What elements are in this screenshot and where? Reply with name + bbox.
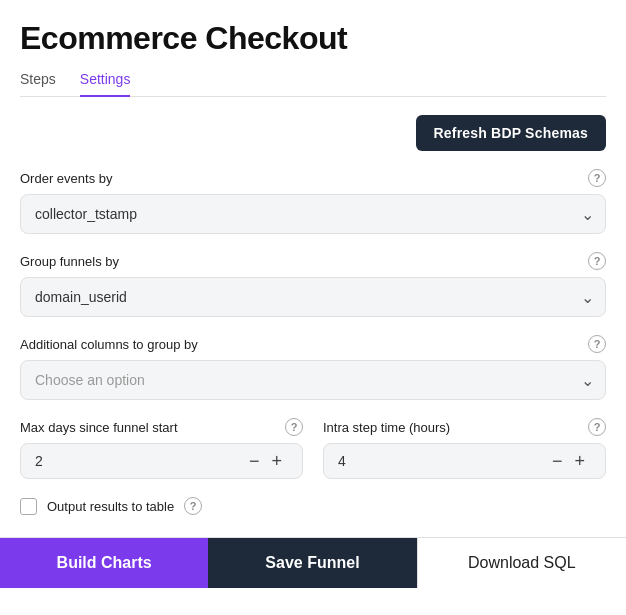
group-funnels-label-row: Group funnels by ? xyxy=(20,252,606,270)
tab-steps[interactable]: Steps xyxy=(20,71,56,97)
max-days-label: Max days since funnel start xyxy=(20,420,178,435)
refresh-row: Refresh BDP Schemas xyxy=(20,115,606,151)
download-sql-button[interactable]: Download SQL xyxy=(417,538,626,588)
order-events-label: Order events by xyxy=(20,171,113,186)
additional-columns-label-row: Additional columns to group by ? xyxy=(20,335,606,353)
max-days-value: 2 xyxy=(35,453,243,469)
output-results-help-icon[interactable]: ? xyxy=(184,497,202,515)
additional-columns-help-icon[interactable]: ? xyxy=(588,335,606,353)
max-days-decrement-button[interactable]: − xyxy=(243,452,266,470)
max-days-group: Max days since funnel start ? 2 − + xyxy=(20,418,303,479)
group-funnels-group: Group funnels by ? domain_userid ⌄ xyxy=(20,252,606,317)
additional-columns-group: Additional columns to group by ? Choose … xyxy=(20,335,606,400)
output-results-row: Output results to table ? xyxy=(20,497,606,515)
intra-step-label-row: Intra step time (hours) ? xyxy=(323,418,606,436)
output-results-label: Output results to table xyxy=(47,499,174,514)
group-funnels-select[interactable]: domain_userid xyxy=(20,277,606,317)
intra-step-decrement-button[interactable]: − xyxy=(546,452,569,470)
group-funnels-help-icon[interactable]: ? xyxy=(588,252,606,270)
intra-step-stepper: 4 − + xyxy=(323,443,606,479)
max-days-stepper: 2 − + xyxy=(20,443,303,479)
max-days-label-row: Max days since funnel start ? xyxy=(20,418,303,436)
group-funnels-select-wrapper: domain_userid ⌄ xyxy=(20,277,606,317)
intra-step-group: Intra step time (hours) ? 4 − + xyxy=(323,418,606,479)
tab-settings[interactable]: Settings xyxy=(80,71,131,97)
max-days-help-icon[interactable]: ? xyxy=(285,418,303,436)
page-title: Ecommerce Checkout xyxy=(20,20,606,57)
order-events-select-wrapper: collector_tstamp ⌄ xyxy=(20,194,606,234)
refresh-bdp-button[interactable]: Refresh BDP Schemas xyxy=(416,115,607,151)
build-charts-button[interactable]: Build Charts xyxy=(0,538,208,588)
group-funnels-label: Group funnels by xyxy=(20,254,119,269)
output-results-checkbox[interactable] xyxy=(20,498,37,515)
action-bar: Build Charts Save Funnel Download SQL xyxy=(0,537,626,588)
intra-step-help-icon[interactable]: ? xyxy=(588,418,606,436)
order-events-select[interactable]: collector_tstamp xyxy=(20,194,606,234)
max-days-increment-button[interactable]: + xyxy=(265,452,288,470)
tab-bar: Steps Settings xyxy=(20,71,606,97)
intra-step-label: Intra step time (hours) xyxy=(323,420,450,435)
order-events-group: Order events by ? collector_tstamp ⌄ xyxy=(20,169,606,234)
additional-columns-label: Additional columns to group by xyxy=(20,337,198,352)
additional-columns-select[interactable]: Choose an option xyxy=(20,360,606,400)
step-time-row: Max days since funnel start ? 2 − + Intr… xyxy=(20,418,606,479)
save-funnel-button[interactable]: Save Funnel xyxy=(208,538,416,588)
order-events-help-icon[interactable]: ? xyxy=(588,169,606,187)
additional-columns-select-wrapper: Choose an option ⌄ xyxy=(20,360,606,400)
intra-step-increment-button[interactable]: + xyxy=(568,452,591,470)
order-events-label-row: Order events by ? xyxy=(20,169,606,187)
intra-step-value: 4 xyxy=(338,453,546,469)
